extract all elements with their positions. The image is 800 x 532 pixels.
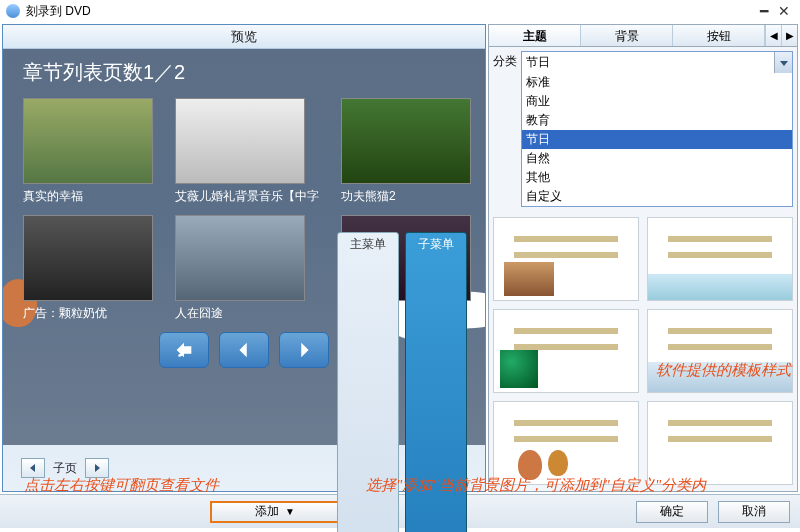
- pager-next-button[interactable]: [85, 458, 109, 478]
- chapter-label: 广告：颗粒奶优: [23, 305, 153, 322]
- category-label: 分类: [493, 51, 517, 70]
- template-thumb[interactable]: [493, 309, 639, 393]
- pager: 子页: [21, 458, 109, 478]
- chapter-thumb[interactable]: 艾薇儿婚礼背景音乐【中字: [175, 98, 319, 205]
- template-thumb[interactable]: [647, 217, 793, 301]
- pager-label: 子页: [47, 460, 83, 477]
- category-option[interactable]: 其他: [522, 168, 792, 187]
- chapter-thumb[interactable]: 功夫熊猫2: [341, 98, 485, 205]
- minimize-button[interactable]: ━: [754, 3, 774, 19]
- tab-buttons[interactable]: 按钮: [673, 25, 765, 46]
- category-dropdown[interactable]: 节日 标准 商业 教育 节日 自然 其他 自定义: [521, 51, 793, 207]
- preview-panel: 预览 章节列表页数1／2 真实的幸福 艾薇儿婚礼背景音乐【中字 功夫熊猫2 广告…: [2, 24, 486, 492]
- chapter-thumb[interactable]: 广告：颗粒奶优: [23, 215, 153, 322]
- chevron-down-icon: ▼: [285, 506, 295, 517]
- chapter-label: 真实的幸福: [23, 188, 153, 205]
- close-button[interactable]: ✕: [774, 3, 794, 19]
- category-option[interactable]: 教育: [522, 111, 792, 130]
- window-title: 刻录到 DVD: [26, 3, 91, 20]
- nav-return-button[interactable]: [159, 332, 209, 368]
- chapter-thumb[interactable]: 人在囧途: [175, 215, 319, 322]
- dropdown-toggle-icon[interactable]: [774, 52, 792, 73]
- template-thumb[interactable]: [647, 309, 793, 393]
- sub-menu-tab[interactable]: 子菜单: [405, 232, 467, 532]
- template-thumb[interactable]: [647, 401, 793, 485]
- preview-header: 预览: [3, 25, 485, 49]
- category-option[interactable]: 自定义: [522, 187, 792, 206]
- nav-prev-button[interactable]: [219, 332, 269, 368]
- category-option[interactable]: 节日: [522, 130, 792, 149]
- category-options: 标准 商业 教育 节日 自然 其他 自定义: [522, 73, 792, 206]
- chapter-thumb[interactable]: 真实的幸福: [23, 98, 153, 205]
- category-option[interactable]: 标准: [522, 73, 792, 92]
- chapter-label: 艾薇儿婚礼背景音乐【中字: [175, 188, 319, 205]
- cancel-button[interactable]: 取消: [718, 501, 790, 523]
- ok-button[interactable]: 确定: [636, 501, 708, 523]
- pager-prev-button[interactable]: [21, 458, 45, 478]
- tab-theme[interactable]: 主题: [489, 25, 581, 46]
- tab-background[interactable]: 背景: [581, 25, 673, 46]
- template-thumb[interactable]: [493, 401, 639, 485]
- category-option[interactable]: 自然: [522, 149, 792, 168]
- category-option[interactable]: 商业: [522, 92, 792, 111]
- main-menu-tab[interactable]: 主菜单: [337, 232, 399, 532]
- app-icon: [6, 4, 20, 18]
- template-thumb[interactable]: [493, 217, 639, 301]
- add-button[interactable]: 添加▼: [210, 501, 340, 523]
- chapter-label: 功夫熊猫2: [341, 188, 485, 205]
- tab-scroll-right[interactable]: ▶: [781, 25, 797, 46]
- category-selected: 节日: [522, 52, 774, 73]
- theme-panel: 主题 背景 按钮 ◀ ▶ 分类 节日 标准 商业 教育 节日 自然 其他: [488, 24, 798, 492]
- chapter-label: 人在囧途: [175, 305, 319, 322]
- titlebar: 刻录到 DVD ━ ✕: [0, 0, 800, 22]
- nav-next-button[interactable]: [279, 332, 329, 368]
- tab-scroll-left[interactable]: ◀: [765, 25, 781, 46]
- page-title: 章节列表页数1／2: [23, 59, 465, 86]
